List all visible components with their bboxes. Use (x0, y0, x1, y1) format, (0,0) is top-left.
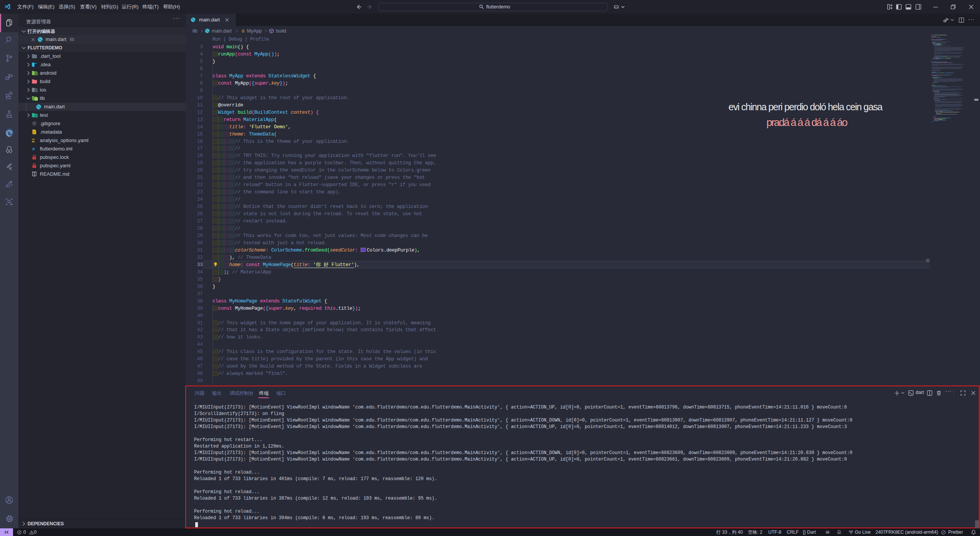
svg-text:JI: JI (32, 147, 35, 151)
svg-text:ML: ML (32, 140, 35, 143)
